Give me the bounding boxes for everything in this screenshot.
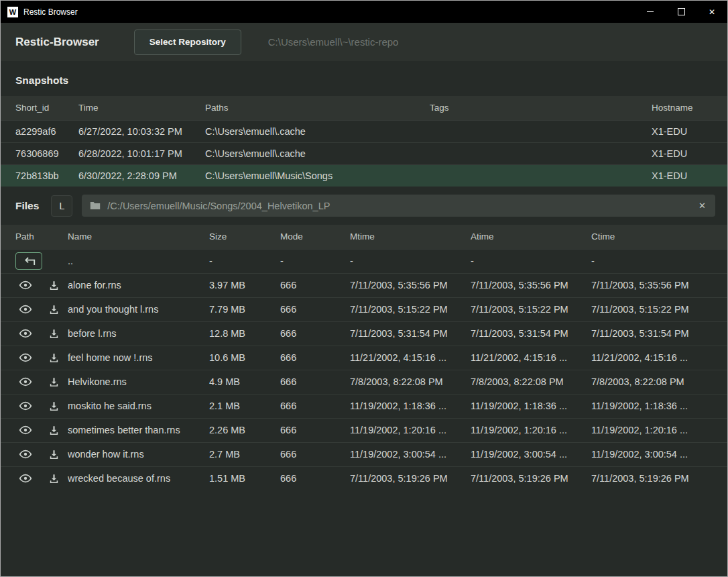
download-file-button[interactable] [44,349,64,366]
column-header-mtime: Mtime [350,225,471,249]
download-file-button[interactable] [44,373,64,390]
snapshot-paths: C:\Users\emuell\Music\Songs [205,164,430,187]
column-header-name: Name [68,225,209,249]
files-toolbar: Files L /C:/Users/emuell/Music/Songs/200… [1,187,727,225]
file-row[interactable]: before l.rns 12.8 MB 666 7/11/2003, 5:31… [1,321,728,346]
file-mtime: 11/19/2002, 1:20:16 ... [350,418,471,442]
file-mode: 666 [280,418,350,442]
file-mode: 666 [280,297,350,321]
file-row[interactable]: alone for.rns 3.97 MB 666 7/11/2003, 5:3… [1,273,728,297]
snapshot-hostname: X1-EDU [652,142,728,164]
file-parent-row[interactable]: .. - - - - - [1,249,728,273]
column-header-atime: Atime [471,225,591,249]
file-row[interactable]: feel home now !.rns 10.6 MB 666 11/21/20… [1,346,728,370]
preview-file-button[interactable] [15,470,36,487]
file-size: 1.51 MB [209,466,280,490]
column-header-mode: Mode [280,225,350,249]
close-icon: ✕ [709,7,715,17]
download-file-button[interactable] [44,445,64,463]
file-ctime: 7/8/2003, 8:22:08 PM [591,370,728,394]
snapshot-row[interactable]: 76306869 6/28/2022, 10:01:17 PM C:\Users… [1,142,728,164]
download-file-button[interactable] [44,276,64,294]
file-ctime: 11/19/2002, 3:00:54 ... [591,442,728,466]
file-atime: 7/8/2003, 8:22:08 PM [471,370,591,394]
go-up-directory-button[interactable] [15,252,42,270]
snapshot-short-id: 76306869 [1,142,78,164]
file-mtime: 11/19/2002, 1:18:36 ... [350,394,471,418]
download-icon [48,304,60,315]
download-icon [48,449,60,460]
preview-file-button[interactable] [15,325,36,342]
snapshot-time: 6/27/2022, 10:03:32 PM [78,120,205,142]
column-header-size: Size [209,225,280,249]
download-icon [48,352,60,364]
file-size: 2.26 MB [209,418,280,442]
file-mtime: 7/11/2003, 5:15:22 PM [350,297,471,321]
snapshot-hostname: X1-EDU [652,120,728,142]
preview-file-button[interactable] [15,373,36,390]
snapshots-heading: Snapshots [1,61,727,96]
files-path-value: /C:/Users/emuell/Music/Songs/2004_Helvet… [107,201,690,211]
file-row[interactable]: and you thought l.rns 7.79 MB 666 7/11/2… [1,297,728,321]
preview-file-button[interactable] [15,276,36,294]
maximize-button[interactable] [666,1,696,23]
file-size: 2.7 MB [209,442,280,466]
select-repository-button[interactable]: Select Repository [134,30,241,55]
close-button[interactable]: ✕ [696,1,727,23]
snapshots-table: Short_id Time Paths Tags Hostname a2299a… [1,96,728,187]
snapshot-row[interactable]: a2299af6 6/27/2022, 10:03:32 PM C:\Users… [1,120,728,142]
file-atime: - [471,249,591,273]
file-name: wrecked because of.rns [68,466,209,490]
file-ctime: 7/11/2003, 5:19:26 PM [591,466,728,490]
download-file-button[interactable] [44,301,64,318]
preview-file-button[interactable] [15,421,36,439]
download-icon [48,376,60,388]
file-row[interactable]: wrecked because of.rns 1.51 MB 666 7/11/… [1,466,728,490]
file-name: and you thought l.rns [68,297,209,321]
file-list-mode-button[interactable]: L [51,195,72,217]
download-file-button[interactable] [44,397,64,415]
eye-icon [19,327,32,340]
files-path-input[interactable]: /C:/Users/emuell/Music/Songs/2004_Helvet… [82,195,715,217]
download-file-button[interactable] [44,325,64,342]
file-atime: 11/19/2002, 3:00:54 ... [471,442,591,466]
eye-icon [19,448,32,461]
file-name: sometimes better than.rns [68,418,209,442]
files-table: Path Name Size Mode Mtime Atime Ctime ..… [1,225,728,490]
snapshot-short-id: a2299af6 [1,120,78,142]
clear-path-icon[interactable]: ✕ [697,201,707,211]
file-mtime: 7/11/2003, 5:35:56 PM [350,273,471,297]
file-row[interactable]: sometimes better than.rns 2.26 MB 666 11… [1,418,728,442]
column-header-paths: Paths [205,96,430,120]
download-file-button[interactable] [44,421,64,439]
snapshot-row-selected[interactable]: 72b813bb 6/30/2022, 2:28:09 PM C:\Users\… [1,164,728,187]
preview-file-button[interactable] [15,301,36,318]
titlebar[interactable]: W Restic Browser ✕ [1,1,727,23]
minimize-icon [647,11,654,12]
repository-path: C:\Users\emuell\~\restic-repo [268,36,399,48]
preview-file-button[interactable] [15,349,36,366]
minimize-button[interactable] [635,1,666,23]
file-atime: 7/11/2003, 5:15:22 PM [471,297,591,321]
download-file-button[interactable] [44,470,64,487]
file-row[interactable]: Helvikone.rns 4.9 MB 666 7/8/2003, 8:22:… [1,370,728,394]
app-header: Restic-Browser Select Repository C:\User… [1,23,727,61]
file-ctime: 11/19/2002, 1:18:36 ... [591,394,728,418]
eye-icon [19,472,32,485]
preview-file-button[interactable] [15,397,36,415]
file-atime: 7/11/2003, 5:31:54 PM [471,321,591,346]
file-size: 7.79 MB [209,297,280,321]
file-mode: 666 [280,466,350,490]
file-size: 2.1 MB [209,394,280,418]
maximize-icon [678,8,685,15]
column-header-ctime: Ctime [591,225,728,249]
snapshots-header-row: Short_id Time Paths Tags Hostname [1,96,728,120]
file-row[interactable]: wonder how it.rns 2.7 MB 666 11/19/2002,… [1,442,728,466]
app-window: W Restic Browser ✕ Restic-Browser Select… [0,0,728,577]
file-row[interactable]: moskito he said.rns 2.1 MB 666 11/19/200… [1,394,728,418]
file-mode: 666 [280,442,350,466]
snapshot-time: 6/28/2022, 10:01:17 PM [78,142,205,164]
file-name: feel home now !.rns [68,346,209,370]
download-icon [48,328,60,339]
preview-file-button[interactable] [15,445,36,463]
